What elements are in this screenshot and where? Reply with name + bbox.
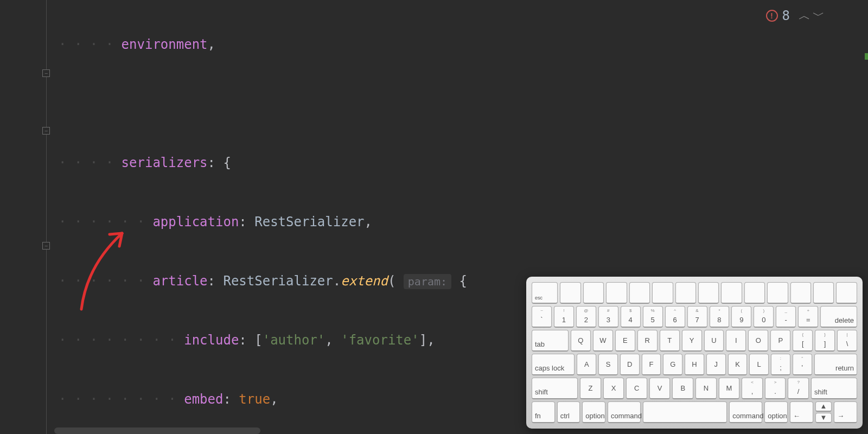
keyboard-key: L xyxy=(749,354,769,375)
keyboard-key: B xyxy=(672,378,693,399)
keyboard-key: ← xyxy=(790,401,813,423)
keyboard-key: J xyxy=(706,354,726,375)
keyboard-key xyxy=(698,282,719,304)
keyboard-key: $4 xyxy=(621,306,641,328)
keyboard-key xyxy=(721,282,742,304)
keyboard-key: ctrl xyxy=(557,401,580,423)
keyboard-key: X xyxy=(603,378,624,399)
keyboard-key: esc xyxy=(532,282,558,304)
keyboard-key xyxy=(583,282,604,304)
keyboard-key: T xyxy=(660,330,680,352)
keyboard-key: shift xyxy=(811,378,857,399)
keyboard-key: H xyxy=(685,354,704,375)
keyboard-key: K xyxy=(728,354,748,375)
keyboard-key: N xyxy=(695,378,717,399)
error-badge[interactable]: ! 8 ︿ ﹀ xyxy=(766,8,825,24)
keyboard-key: >. xyxy=(765,378,786,399)
keyboard-key: &7 xyxy=(687,306,707,328)
keyboard-key: command xyxy=(608,401,641,423)
keyboard-key xyxy=(606,282,627,304)
keyboard-key: O xyxy=(748,330,768,352)
keyboard-key: Y xyxy=(682,330,702,352)
keyboard-key: P xyxy=(770,330,790,352)
keyboard-key: option xyxy=(764,401,788,423)
keyboard-key: A xyxy=(577,354,596,375)
keyboard-key xyxy=(560,282,580,304)
keyboard-key: :; xyxy=(771,354,790,375)
keyboard-key xyxy=(813,282,834,304)
keyboard-key xyxy=(744,282,765,304)
keyboard-key: #3 xyxy=(598,306,618,328)
keyboard-key: }] xyxy=(815,330,835,352)
keyboard-key: tab xyxy=(532,330,569,352)
keyboard-key: %5 xyxy=(643,306,663,328)
keyboard-key: option xyxy=(582,401,605,423)
scrollbar-horizontal[interactable] xyxy=(54,427,260,434)
keyboard-key: (9 xyxy=(731,306,751,328)
keyboard-key: I xyxy=(726,330,746,352)
keyboard-key: !1 xyxy=(554,306,574,328)
keyboard-key xyxy=(675,282,696,304)
keyboard-key: command xyxy=(729,401,762,423)
keyboard-key: shift xyxy=(532,378,578,399)
fold-handle[interactable]: − xyxy=(42,242,50,250)
fold-handle[interactable]: − xyxy=(42,127,50,135)
keyboard-key: fn xyxy=(532,401,555,423)
gutter: − − − xyxy=(0,0,54,434)
keyboard-key: R xyxy=(637,330,658,352)
keyboard-key xyxy=(643,401,727,423)
next-error-icon[interactable]: ﹀ xyxy=(813,8,825,24)
keyboard-key: return xyxy=(814,354,857,375)
keyboard-key: F xyxy=(642,354,661,375)
keyboard-key: <, xyxy=(742,378,763,399)
keyboard-key: {[ xyxy=(793,330,813,352)
keyboard-key: |\ xyxy=(837,330,857,352)
keyboard-key: ~` xyxy=(532,306,552,328)
keyboard-key xyxy=(790,282,811,304)
keyboard-key: C xyxy=(626,378,647,399)
error-count: 8 xyxy=(782,8,790,23)
keyboard-key xyxy=(767,282,788,304)
keyboard-key: "' xyxy=(793,354,812,375)
keyboard-key: V xyxy=(649,378,671,399)
keyboard-key: D xyxy=(620,354,640,375)
inline-hint: param: xyxy=(404,274,451,289)
keyboard-key: U xyxy=(704,330,724,352)
keyboard-key: caps lock xyxy=(532,354,575,375)
keyboard-key: G xyxy=(663,354,682,375)
keyboard-key: ▼ xyxy=(815,413,832,423)
keyboard-key xyxy=(836,282,857,304)
keyboard-key xyxy=(629,282,650,304)
keyboard-overlay: esc ~`!1@2#3$4%5^6&7*8(9)0_-+=delete tab… xyxy=(526,277,863,429)
keyboard-key: E xyxy=(615,330,635,352)
keyboard-key: delete xyxy=(820,306,857,328)
keyboard-key: += xyxy=(798,306,818,328)
keyboard-key: W xyxy=(593,330,613,352)
fold-handle[interactable]: − xyxy=(42,69,50,77)
keyboard-key: _- xyxy=(776,306,796,328)
keyboard-key: ?/ xyxy=(788,378,809,399)
keyboard-key: M xyxy=(719,378,740,399)
keyboard-key: Q xyxy=(571,330,591,352)
keyboard-key: Z xyxy=(580,378,601,399)
keyboard-key: → xyxy=(834,401,857,423)
keyboard-key: ^6 xyxy=(665,306,685,328)
prev-error-icon[interactable]: ︿ xyxy=(799,8,810,24)
keyboard-key xyxy=(652,282,673,304)
keyboard-key: )0 xyxy=(754,306,774,328)
error-icon: ! xyxy=(766,10,778,22)
keyboard-key: *8 xyxy=(710,306,730,328)
keyboard-key: ▲ xyxy=(815,401,832,412)
keyboard-key: S xyxy=(598,354,618,375)
keyboard-key: @2 xyxy=(576,306,596,328)
